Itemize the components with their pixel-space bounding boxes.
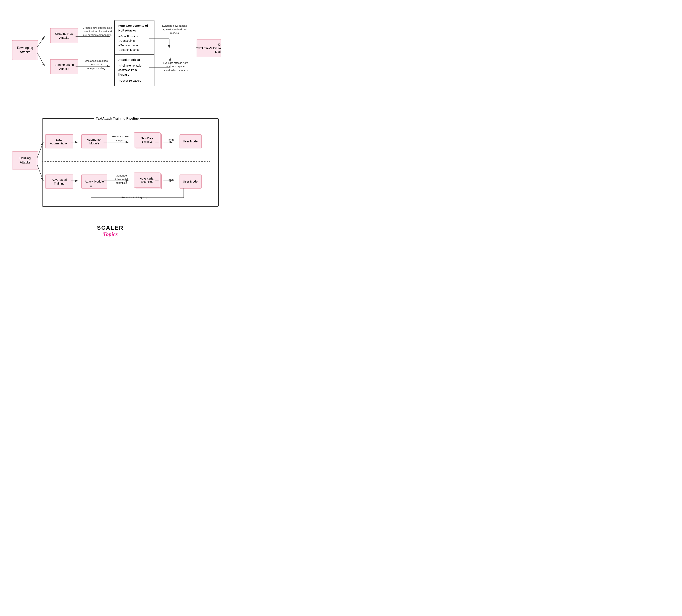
- utilizing-attacks-box: Utilizing Attacks: [12, 152, 38, 169]
- evaluate-new-text: Evaluate new attacks against standardize…: [158, 24, 190, 35]
- four-components-list: Goal Function Constraints Transformation…: [118, 34, 151, 52]
- developing-attacks-box: Developing Attacks: [12, 40, 38, 60]
- creating-new-attacks-box: Creating New Attacks: [50, 28, 78, 43]
- user-model-bottom-box: User Model: [180, 175, 202, 188]
- scaler-label: SCALER: [8, 225, 213, 231]
- list-item: Transformation: [118, 43, 151, 48]
- benchmarking-attacks-box: Benchmarking Attacks: [50, 59, 78, 74]
- list-item: Goal Function: [118, 34, 151, 39]
- four-components-box: Four Components of NLP Attacks Goal Func…: [114, 20, 155, 55]
- attack-recipes-list: Reimplementationof attacks fromliteratur…: [118, 63, 151, 83]
- pipeline-border: [42, 118, 219, 207]
- augmenter-module-box: Augmenter Module: [81, 134, 107, 149]
- textattack-pretrained-box: TextAttack's 82+Pretrained Models: [197, 39, 221, 57]
- pipeline-title: TextAttack Training Pipeline: [94, 117, 140, 120]
- train-bottom-label: Train: [164, 178, 177, 182]
- section1-arrows: [8, 8, 213, 100]
- data-augmentation-box: Data Augmentation: [45, 134, 73, 149]
- adversarial-training-box: Adversarial Training: [45, 175, 73, 188]
- section2-training-pipeline: TextAttack Training Pipeline Utilizing A…: [8, 112, 213, 213]
- user-model-top-box: User Model: [180, 134, 202, 149]
- topics-label: Topics: [8, 231, 213, 237]
- creates-new-attacks-text: Creates new attacks as a combination of …: [82, 26, 112, 37]
- train-top-label: Train: [164, 138, 177, 142]
- repeat-text: Repeat in training loop: [94, 196, 175, 199]
- evaluate-attacks-text: Evaluate attacks from literature against…: [158, 61, 192, 72]
- generate-new-samples-text: Generate new samples: [110, 135, 130, 142]
- four-components-title: Four Components of NLP Attacks: [118, 23, 151, 33]
- list-item: Constraints: [118, 39, 151, 43]
- attack-recipes-box: Attack Recipes Reimplementationof attack…: [114, 54, 155, 86]
- use-attacks-recipes-text: Use attacks recipes instead of reimpleme…: [82, 59, 110, 70]
- list-item: Search Method: [118, 48, 151, 52]
- attack-module-box: Attack Module: [81, 175, 107, 188]
- list-item: Reimplementationof attacks fromliteratur…: [118, 63, 151, 77]
- generate-adversarial-text: Generate Adversarial examples: [110, 174, 132, 185]
- section1-developing-attacks: Developing Attacks Creating New Attacks …: [8, 8, 213, 100]
- footer: SCALER Topics: [8, 225, 213, 237]
- attack-recipes-title: Attack Recipes: [118, 58, 151, 62]
- list-item: Cover 16 papers: [118, 78, 151, 83]
- svg-line-2: [37, 52, 45, 66]
- svg-line-1: [37, 36, 45, 47]
